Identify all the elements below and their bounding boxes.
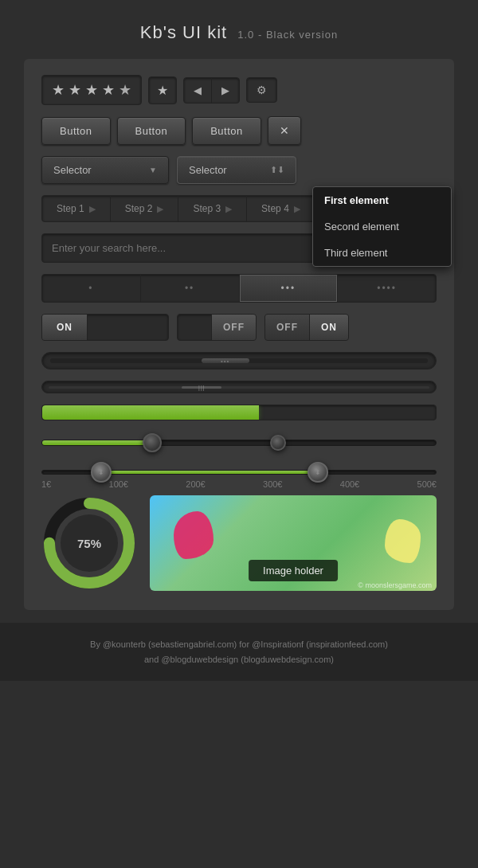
scrollbar-thumb[interactable]: ••• <box>202 358 249 363</box>
step-2-label: Step 2 <box>125 203 153 214</box>
range-label-5: 500€ <box>417 479 437 489</box>
range-slider-row: ⬍ ⬍ 1€ 100€ 200€ 300€ 400€ 500€ <box>41 470 437 489</box>
slider-row <box>41 432 437 454</box>
thin-track: ||| <box>49 386 429 389</box>
scroll-handle-icon: ••• <box>221 358 229 365</box>
donut-label: 75% <box>77 537 101 550</box>
selector-2-label: Selector <box>189 164 227 176</box>
page-title: Kb's UI kit <box>140 22 227 42</box>
image-holder-label: Image holder <box>249 560 338 581</box>
stars-row: ★ ★ ★ ★ ★ ★ ◀ ▶ ⚙ <box>41 75 437 105</box>
toggle-on-label: ON <box>42 315 88 340</box>
step-arrow-3: ▶ <box>225 204 232 214</box>
nav-arrows: ◀ ▶ <box>183 77 240 104</box>
dropdown-item-0[interactable]: First element <box>313 187 451 213</box>
step-1-label: Step 1 <box>57 203 84 214</box>
page-header: Kb's UI kit 1.0 - Black version <box>0 0 478 59</box>
toggle-off-label: OFF <box>211 315 256 340</box>
progress-bar <box>41 405 437 420</box>
toggle-on-spacer <box>88 320 168 334</box>
dropdown-item-2[interactable]: Third element <box>313 240 451 266</box>
toggle-combo-switch[interactable]: OFF ON <box>264 314 349 341</box>
button-3[interactable]: Button <box>192 117 261 145</box>
chevron-updown-icon: ⬆⬇ <box>270 165 284 175</box>
toggle-combo-off-label: OFF <box>265 315 310 340</box>
range-label-0: 1€ <box>41 479 51 489</box>
step-3-label: Step 3 <box>193 203 221 214</box>
toggle-combo-on-label: ON <box>310 315 348 340</box>
buttons-row: Button Button Button ✕ <box>41 116 437 145</box>
toggle-on-switch[interactable]: ON <box>41 314 169 341</box>
range-fill <box>101 471 318 474</box>
toggle-row: ON OFF OFF ON <box>41 314 437 341</box>
image-credit: © moonslersgame.com <box>358 581 432 589</box>
settings-button[interactable]: ⚙ <box>246 77 277 103</box>
slider-handle-1[interactable] <box>143 433 162 452</box>
range-label-3: 300€ <box>263 479 282 489</box>
dropdown-item-1[interactable]: Second element <box>313 213 451 240</box>
version-label: 1.0 - Black version <box>237 29 338 41</box>
progress-fill <box>42 405 259 420</box>
bottom-row: 75% Image holder © moonslersgame.com <box>41 495 437 591</box>
footer-line-1: By @kounterb (sebastiengabriel.com) for … <box>16 637 462 652</box>
range-handle-left-icon: ⬍ <box>98 468 104 476</box>
tab-3-dots: ••• <box>281 283 296 294</box>
selector-2-container: Selector ⬆⬇ First element Second element… <box>177 156 296 184</box>
range-label-2: 200€ <box>186 479 205 489</box>
donut-chart: 75% <box>41 495 137 591</box>
selector-2[interactable]: Selector ⬆⬇ <box>177 156 296 184</box>
settings-icon: ⚙ <box>257 84 267 96</box>
selector-1-label: Selector <box>53 164 92 176</box>
tab-row: • •• ••• •••• <box>41 274 437 303</box>
step-1[interactable]: Step 1 ▶ <box>42 196 111 221</box>
favorite-star-icon: ★ <box>157 84 168 97</box>
star-favorite-button[interactable]: ★ <box>148 76 177 104</box>
tab-3[interactable]: ••• <box>240 275 339 302</box>
star-1[interactable]: ★ <box>52 81 65 99</box>
range-label-4: 400€ <box>340 479 359 489</box>
next-button[interactable]: ▶ <box>212 78 239 103</box>
star-3[interactable]: ★ <box>85 81 98 99</box>
range-label-1: 100€ <box>109 479 128 489</box>
toggle-off-spacer <box>178 320 211 334</box>
step-4-label: Step 4 <box>261 203 289 214</box>
tab-4-dots: •••• <box>377 283 397 294</box>
slider-track <box>41 440 437 446</box>
scrollbar-track: ••• <box>50 358 428 363</box>
star-2[interactable]: ★ <box>69 81 81 99</box>
star-4[interactable]: ★ <box>102 81 115 99</box>
step-2[interactable]: Step 2 ▶ <box>111 196 179 221</box>
range-track: ⬍ ⬍ <box>41 470 437 475</box>
range-handle-left[interactable]: ⬍ <box>91 462 112 483</box>
selector-row: Selector ▼ Selector ⬆⬇ First element Sec… <box>41 156 437 184</box>
decorative-blob-2 <box>385 519 421 563</box>
button-2[interactable]: Button <box>117 117 186 145</box>
tab-2[interactable]: •• <box>141 275 240 302</box>
tab-2-dots: •• <box>185 283 194 294</box>
tab-4[interactable]: •••• <box>338 275 436 302</box>
scrollbar-row[interactable]: ••• <box>41 352 437 369</box>
prev-button[interactable]: ◀ <box>184 78 212 103</box>
step-4[interactable]: Step 4 ▶ <box>247 196 315 221</box>
thin-handle-icon: ||| <box>198 385 205 390</box>
slider-handle-2[interactable] <box>270 435 286 451</box>
main-content: ★ ★ ★ ★ ★ ★ ◀ ▶ ⚙ Button Button Button ✕… <box>24 59 454 610</box>
range-handle-right[interactable]: ⬍ <box>308 462 328 483</box>
star-rating[interactable]: ★ ★ ★ ★ ★ <box>41 75 142 105</box>
thin-scrollbar[interactable]: ||| <box>41 381 437 393</box>
star-5[interactable]: ★ <box>119 81 131 99</box>
footer-line-2: and @blogduwebdesign (blogduwebdesign.co… <box>16 652 462 667</box>
step-arrow-4: ▶ <box>294 204 300 214</box>
dropdown-menu: First element Second element Third eleme… <box>312 186 452 267</box>
selector-1[interactable]: Selector ▼ <box>41 156 169 184</box>
close-button[interactable]: ✕ <box>268 116 301 145</box>
step-arrow-2: ▶ <box>157 204 163 214</box>
tab-1[interactable]: • <box>42 275 141 302</box>
range-handle-right-icon: ⬍ <box>315 468 321 476</box>
step-3[interactable]: Step 3 ▶ <box>178 196 247 221</box>
footer: By @kounterb (sebastiengabriel.com) for … <box>0 623 478 681</box>
thin-thumb[interactable]: ||| <box>182 386 221 389</box>
button-1[interactable]: Button <box>41 117 111 145</box>
tab-1-dots: • <box>88 283 93 294</box>
toggle-off-switch[interactable]: OFF <box>177 314 257 341</box>
